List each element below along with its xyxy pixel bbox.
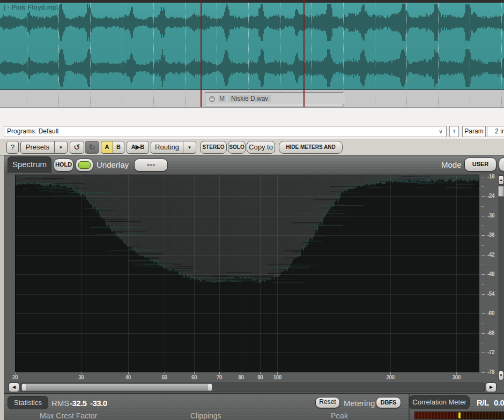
db-minor-tick bbox=[481, 186, 484, 187]
time-gridline bbox=[248, 3, 249, 89]
power-icon[interactable] bbox=[209, 95, 216, 102]
db-tick-label: -18 bbox=[487, 174, 494, 179]
db-minor-tick bbox=[481, 245, 484, 246]
db-tick bbox=[481, 352, 485, 353]
db-minor-tick bbox=[481, 284, 484, 285]
time-gridline bbox=[438, 89, 439, 107]
mute-button[interactable]: M bbox=[218, 95, 226, 102]
mode-select-button[interactable]: USER bbox=[464, 158, 496, 171]
db-tick bbox=[481, 255, 485, 256]
time-gridline bbox=[438, 3, 439, 89]
stereo-button[interactable]: STEREO bbox=[200, 141, 227, 154]
time-gridline bbox=[58, 89, 59, 107]
time-gridline bbox=[90, 3, 91, 89]
time-gridline bbox=[90, 89, 91, 107]
time-gridline bbox=[280, 3, 280, 89]
playhead-cursor[interactable] bbox=[303, 0, 305, 107]
presets-button[interactable]: Presets bbox=[20, 141, 55, 154]
tab-statistics[interactable]: Statistics bbox=[8, 396, 48, 409]
db-minor-tick bbox=[481, 265, 484, 265]
metering-label: Metering bbox=[344, 399, 375, 408]
db-tick-label: -24 bbox=[487, 193, 494, 199]
db-tick-label: -42 bbox=[487, 252, 494, 258]
underlay-toggle[interactable] bbox=[76, 159, 93, 171]
db-minor-tick bbox=[481, 343, 484, 343]
db-tick bbox=[481, 177, 485, 177]
copy-a-to-b-button[interactable]: A▶B bbox=[127, 141, 149, 154]
rms-value-left: -32.5 bbox=[70, 399, 87, 408]
freq-tick-label: 20 bbox=[8, 374, 23, 380]
freq-tick-label: 200 bbox=[383, 374, 398, 380]
correlation-meter-bar bbox=[414, 411, 504, 419]
spectrum-display[interactable] bbox=[15, 175, 479, 372]
metering-mode-button[interactable]: DBFS bbox=[376, 397, 401, 408]
redo-icon[interactable]: ↻ bbox=[85, 141, 99, 154]
routing-dropdown-icon[interactable]: ▼ bbox=[183, 141, 196, 154]
io-button[interactable]: 2 in bbox=[487, 126, 504, 137]
time-gridline bbox=[58, 3, 59, 89]
time-gridline bbox=[470, 3, 470, 89]
scroll-left-button[interactable]: ◀ bbox=[9, 382, 19, 392]
db-tick bbox=[481, 333, 485, 334]
thumb-cap-right[interactable] bbox=[208, 384, 212, 391]
screen: ) - Pink Floyd.mp3 M Niskie D.wav VST3: … bbox=[0, 0, 504, 420]
time-gridline bbox=[375, 89, 375, 107]
tab-spectrum[interactable]: Spectrum bbox=[8, 156, 51, 172]
freq-tick-label: 300 bbox=[449, 374, 464, 380]
settings-button[interactable]: « bbox=[499, 158, 504, 171]
plugin-titlebar[interactable]: VST3: SPAN (Voxengo) - Master Track bbox=[0, 107, 504, 124]
routing-button[interactable]: Routing bbox=[151, 141, 183, 154]
freq-tick-label: 60 bbox=[187, 374, 202, 380]
rms-label: RMS bbox=[51, 399, 69, 408]
daw-arrange-view: ) - Pink Floyd.mp3 M Niskie D.wav bbox=[0, 0, 504, 107]
ab-slot-b-button[interactable]: B bbox=[113, 141, 124, 154]
db-tick-label: -30 bbox=[487, 213, 494, 219]
db-tick bbox=[481, 294, 485, 295]
waveform-canvas[interactable] bbox=[0, 3, 504, 89]
thumb-cap-left[interactable] bbox=[22, 384, 26, 391]
time-gridline bbox=[153, 89, 154, 107]
time-gridline bbox=[27, 89, 27, 107]
copy-to-button[interactable]: Copy to bbox=[247, 141, 275, 154]
scroll-up-button[interactable]: ▲ bbox=[498, 175, 504, 185]
hold-button[interactable]: HOLD bbox=[54, 159, 73, 171]
help-button[interactable]: ? bbox=[6, 141, 19, 154]
scroll-down-button[interactable]: ▼ bbox=[498, 371, 504, 380]
edit-cursor[interactable] bbox=[201, 0, 202, 107]
db-tick-label: -54 bbox=[487, 291, 494, 297]
solo-button[interactable]: SOLO bbox=[228, 141, 246, 154]
db-tick-label: -72 bbox=[487, 349, 494, 355]
freq-tick-label: 90 bbox=[253, 374, 268, 380]
reset-button[interactable]: Reset bbox=[315, 397, 340, 408]
correlation-marker bbox=[458, 412, 461, 418]
freq-tick-label: 50 bbox=[157, 374, 172, 380]
chevron-down-icon[interactable]: ∨ bbox=[435, 126, 446, 137]
underlay-select-button[interactable]: --- bbox=[134, 159, 168, 171]
h-scrollbar-thumb[interactable] bbox=[21, 384, 212, 391]
scroll-right-button[interactable]: ▶ bbox=[486, 382, 496, 392]
presets-dropdown-icon[interactable]: ▼ bbox=[54, 141, 68, 154]
time-gridline bbox=[185, 89, 186, 107]
param-button[interactable]: Param bbox=[462, 126, 486, 137]
fx-toolbar: ? Presets ▼ ↺ ↻ A B A▶B Routing ▼ STEREO… bbox=[0, 139, 504, 155]
add-preset-button[interactable]: + bbox=[449, 126, 459, 137]
db-tick-label: -60 bbox=[487, 310, 494, 316]
db-minor-tick bbox=[481, 324, 484, 324]
media-item-header[interactable]: M Niskie D.wav bbox=[206, 93, 345, 104]
undo-icon[interactable]: ↺ bbox=[70, 141, 84, 154]
db-minor-tick bbox=[481, 226, 484, 226]
hide-meters-button[interactable]: HIDE METERS AND STATS bbox=[279, 141, 343, 154]
ab-slot-a-button[interactable]: A bbox=[101, 141, 113, 154]
peak-label: Peak bbox=[331, 411, 348, 420]
rms-value-right: -33.0 bbox=[90, 399, 107, 408]
time-gridline bbox=[406, 89, 407, 107]
v-scrollbar-track[interactable] bbox=[498, 175, 504, 380]
time-gridline bbox=[153, 3, 154, 89]
v-scrollbar-thumb[interactable] bbox=[498, 186, 504, 197]
tab-correlation-meter[interactable]: Correlation Meter bbox=[409, 395, 470, 409]
time-gridline bbox=[375, 3, 375, 89]
time-gridline bbox=[217, 3, 217, 89]
media-item[interactable]: M Niskie D.wav bbox=[205, 92, 343, 107]
programs-combobox[interactable]: Programs: Default bbox=[4, 126, 447, 137]
waveform-clip[interactable]: ) - Pink Floyd.mp3 bbox=[0, 3, 504, 90]
